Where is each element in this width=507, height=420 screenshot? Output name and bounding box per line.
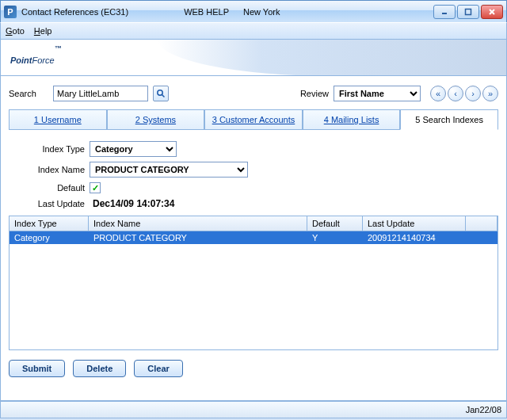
form-area: Index Type Category Index Name PRODUCT C… xyxy=(25,141,498,209)
location-label: New York xyxy=(243,7,280,17)
nav-prev-icon[interactable]: ‹ xyxy=(448,86,463,101)
tab-customer-accounts[interactable]: 3 Customer Accounts xyxy=(204,109,303,129)
last-update-value: Dec14/09 14:07:34 xyxy=(93,198,174,209)
index-name-select[interactable]: PRODUCT CATEGORY xyxy=(90,162,248,178)
last-update-label: Last Update xyxy=(25,199,90,208)
logo-force: Force xyxy=(32,55,55,65)
status-bar: Jan22/08 xyxy=(0,401,507,418)
results-grid: Index Type Index Name Default Last Updat… xyxy=(9,216,498,350)
submit-button[interactable]: Submit xyxy=(9,360,65,377)
col-spacer xyxy=(466,216,497,231)
tab-systems[interactable]: 2 Systems xyxy=(107,109,205,129)
webhelp-label[interactable]: WEB HELP xyxy=(184,7,229,17)
index-name-label: Index Name xyxy=(25,165,90,174)
logo-tm: ™ xyxy=(55,44,62,52)
review-label: Review xyxy=(300,89,329,98)
button-bar: Submit Delete Clear xyxy=(9,360,498,377)
tab-strip: 1 Username 2 Systems 3 Customer Accounts… xyxy=(9,109,498,130)
default-checkbox[interactable]: ✓ xyxy=(90,182,101,193)
tab-search-indexes[interactable]: 5 Search Indexes xyxy=(400,109,498,130)
col-index-name[interactable]: Index Name xyxy=(89,216,307,231)
cell-index-name: PRODUCT CATEGORY xyxy=(89,231,307,244)
default-label: Default xyxy=(25,183,90,193)
clear-button[interactable]: Clear xyxy=(134,360,183,377)
search-input[interactable] xyxy=(53,86,148,101)
svg-point-4 xyxy=(158,90,162,95)
table-row[interactable]: Category PRODUCT CATEGORY Y 200912141407… xyxy=(10,231,497,244)
svg-rect-1 xyxy=(466,9,471,14)
window-title: Contact References (EC31) xyxy=(21,7,128,17)
nav-next-icon[interactable]: › xyxy=(465,86,481,101)
tab-username[interactable]: 1 Username xyxy=(9,109,107,129)
index-type-label: Index Type xyxy=(25,144,90,154)
search-icon[interactable] xyxy=(153,86,169,101)
nav-last-icon[interactable]: » xyxy=(482,86,498,101)
branding-banner: PointForce™ xyxy=(0,40,507,76)
title-bar: P Contact References (EC31) WEB HELP New… xyxy=(0,0,507,22)
grid-body[interactable]: Category PRODUCT CATEGORY Y 200912141407… xyxy=(10,231,497,349)
app-icon: P xyxy=(4,6,17,18)
cell-last-update: 20091214140734 xyxy=(363,231,466,244)
search-label: Search xyxy=(9,89,48,98)
index-type-select[interactable]: Category xyxy=(90,141,177,157)
review-select[interactable]: First Name xyxy=(334,86,421,101)
close-button[interactable] xyxy=(481,5,503,19)
grid-header: Index Type Index Name Default Last Updat… xyxy=(10,216,497,231)
cell-index-type: Category xyxy=(10,231,89,244)
status-date: Jan22/08 xyxy=(466,405,501,414)
nav-first-icon[interactable]: « xyxy=(430,86,446,101)
delete-button[interactable]: Delete xyxy=(73,360,126,377)
window-controls xyxy=(433,5,503,19)
cell-default: Y xyxy=(307,231,363,244)
col-index-type[interactable]: Index Type xyxy=(10,216,89,231)
search-row: Search Review First Name « ‹ › » xyxy=(9,86,498,101)
col-last-update[interactable]: Last Update xyxy=(363,216,466,231)
menu-bar: Goto Help xyxy=(0,22,507,40)
menu-help[interactable]: Help xyxy=(34,26,52,36)
col-default[interactable]: Default xyxy=(307,216,363,231)
client-area: Search Review First Name « ‹ › » 1 Usern… xyxy=(0,76,507,401)
tab-mailing-lists[interactable]: 4 Mailing Lists xyxy=(303,109,401,129)
maximize-button[interactable] xyxy=(457,5,479,19)
menu-goto[interactable]: Goto xyxy=(6,26,25,36)
minimize-button[interactable] xyxy=(433,5,456,19)
logo-point: Point xyxy=(10,55,32,65)
nav-buttons: « ‹ › » xyxy=(430,86,498,101)
logo: PointForce™ xyxy=(10,44,62,69)
svg-line-5 xyxy=(162,95,165,97)
